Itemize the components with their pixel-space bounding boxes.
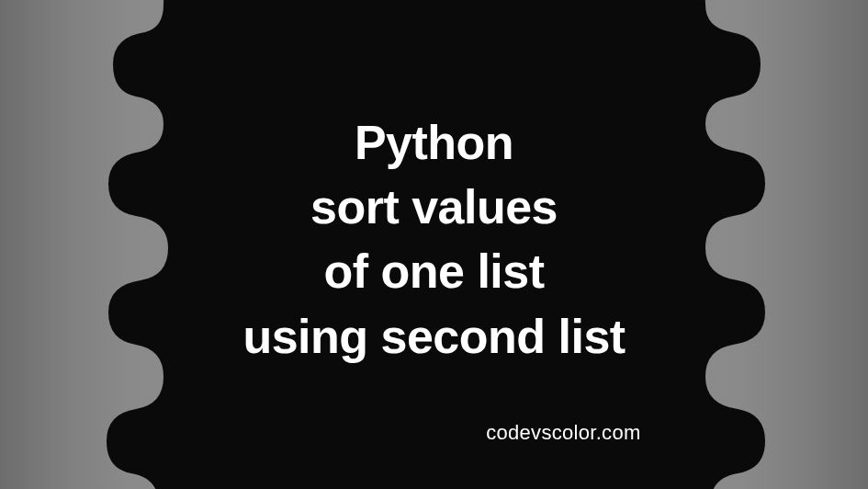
image-container: Python sort values of one list using sec… bbox=[0, 0, 868, 489]
title-line-4: using second list bbox=[242, 304, 625, 369]
watermark-text: codevscolor.com bbox=[486, 421, 640, 445]
title-text-block: Python sort values of one list using sec… bbox=[242, 110, 625, 369]
title-line-2: sort values bbox=[242, 175, 625, 239]
title-line-3: of one list bbox=[242, 239, 625, 303]
title-line-1: Python bbox=[242, 110, 625, 175]
